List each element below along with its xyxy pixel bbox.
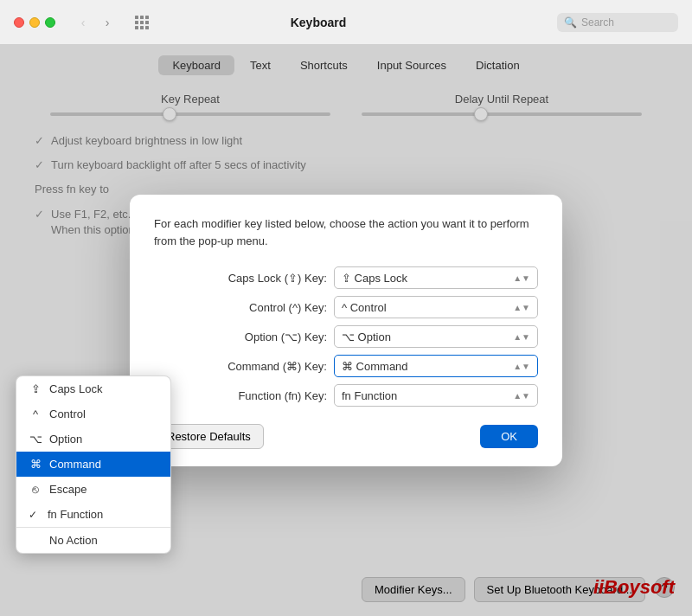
modal-buttons: Restore Defaults OK bbox=[154, 424, 538, 449]
dropdown-item-fn[interactable]: ✓ fn Function bbox=[16, 502, 170, 527]
dropdown-arrow-icon: ▲▼ bbox=[513, 303, 530, 312]
caps-lock-dropdown[interactable]: ⇪ Caps Lock ▲▼ bbox=[334, 266, 538, 289]
command-selected: ⌘ Command bbox=[342, 360, 408, 373]
fn-option-label: fn Function bbox=[48, 508, 103, 521]
search-icon: 🔍 bbox=[564, 16, 577, 29]
control-selected: ^ Control bbox=[342, 301, 387, 314]
control-option-icon: ^ bbox=[29, 407, 42, 420]
search-placeholder: Search bbox=[581, 16, 614, 29]
traffic-lights bbox=[14, 17, 55, 28]
option-row: Option (⌥) Key: ⌥ Option ▲▼ bbox=[154, 325, 538, 348]
fn-checkmark: ✓ bbox=[29, 509, 37, 521]
dropdown-item-caps-lock[interactable]: ⇪ Caps Lock bbox=[16, 376, 170, 401]
apps-grid-icon[interactable] bbox=[135, 16, 149, 29]
option-option-label: Option bbox=[49, 433, 82, 446]
nav-arrows: ‹ › bbox=[73, 12, 118, 33]
no-action-label: No Action bbox=[49, 534, 98, 547]
window-title: Keyboard bbox=[159, 16, 477, 29]
command-option-label: Command bbox=[49, 458, 101, 471]
caps-lock-option-icon: ⇪ bbox=[29, 382, 42, 395]
dropdown-item-escape[interactable]: ⎋ Escape bbox=[16, 477, 170, 502]
dropdown-item-option[interactable]: ⌥ Option bbox=[16, 427, 170, 452]
main-content: Keyboard Text Shortcuts Input Sources Di… bbox=[0, 45, 692, 616]
escape-option-icon: ⎋ bbox=[29, 483, 42, 496]
titlebar: ‹ › Keyboard 🔍 Search bbox=[0, 0, 692, 45]
command-option-icon: ⌘ bbox=[29, 458, 42, 471]
minimize-button[interactable] bbox=[29, 17, 40, 28]
option-dropdown[interactable]: ⌥ Option ▲▼ bbox=[334, 325, 538, 348]
command-row: Command (⌘) Key: ⌘ Command ▲▼ ⇪ Caps Loc… bbox=[154, 355, 538, 377]
ok-button[interactable]: OK bbox=[480, 425, 538, 448]
forward-button[interactable]: › bbox=[97, 12, 118, 33]
dropdown-arrow-icon: ▲▼ bbox=[513, 332, 530, 342]
caps-lock-row: Caps Lock (⇪) Key: ⇪ Caps Lock ▲▼ bbox=[154, 266, 538, 289]
modifier-keys-dialog: For each modifier key listed below, choo… bbox=[130, 195, 562, 466]
control-row: Control (^) Key: ^ Control ▲▼ bbox=[154, 296, 538, 318]
command-dropdown-menu: ⇪ Caps Lock ^ Control ⌥ Option ⌘ bbox=[16, 375, 171, 554]
dropdown-item-no-action[interactable]: No Action bbox=[16, 527, 170, 553]
modal-overlay: For each modifier key listed below, choo… bbox=[0, 45, 692, 616]
caps-lock-option-label: Caps Lock bbox=[49, 382, 102, 395]
modal-description: For each modifier key listed below, choo… bbox=[154, 215, 538, 249]
modifier-rows: Caps Lock (⇪) Key: ⇪ Caps Lock ▲▼ Contro… bbox=[154, 266, 538, 407]
search-box[interactable]: 🔍 Search bbox=[557, 13, 678, 32]
close-button[interactable] bbox=[14, 17, 24, 28]
escape-option-label: Escape bbox=[49, 483, 86, 496]
command-dropdown[interactable]: ⌘ Command ▲▼ bbox=[334, 355, 538, 377]
dropdown-arrow-icon: ▲▼ bbox=[513, 391, 530, 401]
control-option-label: Control bbox=[49, 407, 86, 420]
option-label: Option (⌥) Key: bbox=[154, 330, 327, 343]
dropdown-item-command[interactable]: ⌘ Command bbox=[16, 452, 170, 477]
function-selected: fn Function bbox=[342, 389, 397, 402]
control-dropdown[interactable]: ^ Control ▲▼ bbox=[334, 296, 538, 318]
option-selected: ⌥ Option bbox=[342, 330, 391, 343]
dropdown-arrow-icon: ▲▼ bbox=[513, 273, 530, 283]
option-option-icon: ⌥ bbox=[29, 433, 42, 446]
dropdown-item-control[interactable]: ^ Control bbox=[16, 401, 170, 427]
caps-lock-selected: ⇪ Caps Lock bbox=[342, 272, 407, 285]
function-label: Function (fn) Key: bbox=[154, 389, 327, 402]
control-label: Control (^) Key: bbox=[154, 301, 327, 314]
fullscreen-button[interactable] bbox=[45, 17, 55, 28]
command-label: Command (⌘) Key: bbox=[154, 360, 327, 373]
back-button[interactable]: ‹ bbox=[73, 12, 93, 33]
function-row: Function (fn) Key: fn Function ▲▼ bbox=[154, 384, 538, 407]
function-dropdown[interactable]: fn Function ▲▼ bbox=[334, 384, 538, 407]
dropdown-arrow-icon: ▲▼ bbox=[513, 362, 530, 371]
caps-lock-label: Caps Lock (⇪) Key: bbox=[154, 272, 327, 285]
